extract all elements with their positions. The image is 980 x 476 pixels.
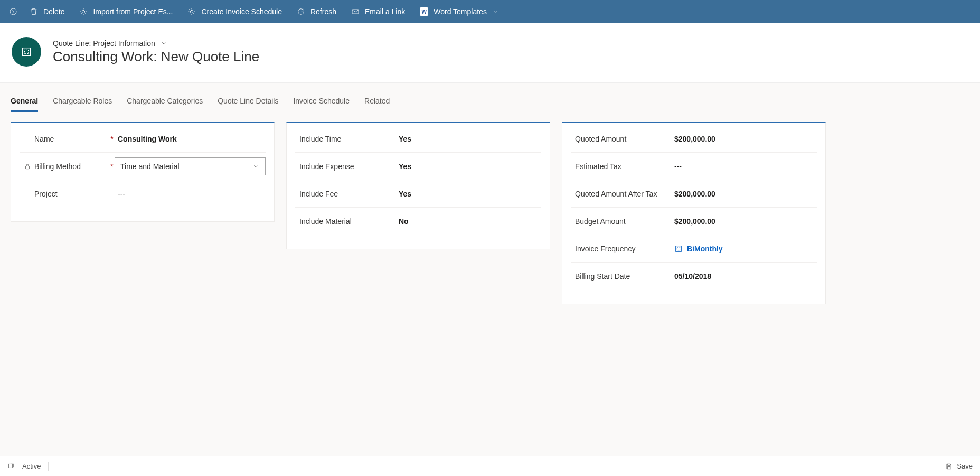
field-billing-start: Billing Start Date 05/10/2018 xyxy=(571,263,817,290)
billing-value: Time and Material xyxy=(120,162,180,171)
after-tax-label: Quoted Amount After Tax xyxy=(575,190,657,198)
trash-icon xyxy=(30,7,38,16)
refresh-icon xyxy=(297,7,305,16)
svg-rect-11 xyxy=(948,464,950,465)
field-invoice-frequency: Invoice Frequency BiMonthly xyxy=(571,235,817,263)
back-button[interactable] xyxy=(4,0,22,23)
divider xyxy=(48,462,49,471)
name-value[interactable]: Consulting Work xyxy=(115,135,266,143)
include-fee-value[interactable]: Yes xyxy=(395,190,541,198)
word-templates-label: Word Templates xyxy=(434,7,487,16)
record-header: Quote Line: Project Information Consulti… xyxy=(0,23,980,82)
word-templates-button[interactable]: W Word Templates xyxy=(412,0,506,23)
form-selector[interactable]: Quote Line: Project Information xyxy=(53,39,259,48)
chevron-down-icon xyxy=(161,40,168,47)
cards-row: Name * Consulting Work Billing Method * … xyxy=(11,122,969,304)
card-amounts: Quoted Amount $200,000.00 Estimated Tax … xyxy=(562,122,826,304)
field-include-time: Include Time Yes xyxy=(295,125,541,153)
include-material-value[interactable]: No xyxy=(395,217,541,226)
include-expense-label: Include Expense xyxy=(299,162,354,171)
include-material-label: Include Material xyxy=(299,217,352,226)
freq-value: BiMonthly xyxy=(687,245,723,253)
tab-chargeable-roles[interactable]: Chargeable Roles xyxy=(53,91,112,112)
email-icon xyxy=(351,7,360,16)
lock-icon xyxy=(24,163,31,170)
tax-value[interactable]: --- xyxy=(671,162,817,171)
svg-rect-7 xyxy=(676,246,682,251)
field-include-expense: Include Expense Yes xyxy=(295,153,541,180)
delete-label: Delete xyxy=(43,7,64,16)
svg-rect-4 xyxy=(23,48,31,56)
start-label: Billing Start Date xyxy=(575,272,630,281)
field-name: Name * Consulting Work xyxy=(20,125,266,153)
svg-point-0 xyxy=(10,8,16,15)
svg-rect-8 xyxy=(677,247,680,250)
email-link-button[interactable]: Email a Link xyxy=(344,0,412,23)
quoted-label: Quoted Amount xyxy=(575,135,626,143)
after-tax-value[interactable]: $200,000.00 xyxy=(671,190,817,198)
refresh-label: Refresh xyxy=(310,7,336,16)
svg-rect-12 xyxy=(948,466,950,469)
include-time-value[interactable]: Yes xyxy=(395,135,541,143)
field-project: Project * --- xyxy=(20,180,266,208)
page-body: General Chargeable Roles Chargeable Cate… xyxy=(0,82,980,456)
include-time-label: Include Time xyxy=(299,135,341,143)
name-label: Name xyxy=(34,135,54,143)
include-fee-label: Include Fee xyxy=(299,190,338,198)
svg-rect-6 xyxy=(26,166,30,169)
tab-list: General Chargeable Roles Chargeable Cate… xyxy=(11,91,969,112)
chevron-down-icon xyxy=(492,8,498,15)
field-quoted-amount: Quoted Amount $200,000.00 xyxy=(571,125,817,153)
required-marker: * xyxy=(109,162,115,171)
save-button[interactable]: Save xyxy=(945,462,973,470)
svg-point-1 xyxy=(82,10,85,13)
entity-icon xyxy=(674,245,683,253)
import-label: Import from Project Es... xyxy=(93,7,173,16)
card-basic: Name * Consulting Work Billing Method * … xyxy=(11,122,275,222)
start-value[interactable]: 05/10/2018 xyxy=(671,272,817,281)
tab-related[interactable]: Related xyxy=(364,91,390,112)
billing-label: Billing Method xyxy=(34,162,81,171)
field-include-fee: Include Fee Yes xyxy=(295,180,541,208)
svg-point-2 xyxy=(191,10,193,13)
chevron-down-icon xyxy=(252,163,260,170)
email-link-label: Email a Link xyxy=(365,7,405,16)
delete-button[interactable]: Delete xyxy=(22,0,72,23)
card-includes: Include Time Yes Include Expense Yes Inc… xyxy=(286,122,550,249)
create-invoice-label: Create Invoice Schedule xyxy=(201,7,282,16)
refresh-button[interactable]: Refresh xyxy=(289,0,344,23)
budget-value[interactable]: $200,000.00 xyxy=(671,217,817,226)
tab-general[interactable]: General xyxy=(11,91,38,112)
tab-chargeable-categories[interactable]: Chargeable Categories xyxy=(127,91,203,112)
freq-value-wrap[interactable]: BiMonthly xyxy=(671,245,817,253)
command-bar: Delete Import from Project Es... Create … xyxy=(0,0,980,23)
include-expense-value[interactable]: Yes xyxy=(395,162,541,171)
tab-invoice-schedule[interactable]: Invoice Schedule xyxy=(293,91,350,112)
tax-label: Estimated Tax xyxy=(575,162,621,171)
svg-rect-5 xyxy=(24,50,28,53)
create-invoice-button[interactable]: Create Invoice Schedule xyxy=(180,0,289,23)
field-quoted-after-tax: Quoted Amount After Tax $200,000.00 xyxy=(571,180,817,208)
tab-quote-line-details[interactable]: Quote Line Details xyxy=(218,91,278,112)
project-value[interactable]: --- xyxy=(115,190,266,198)
page-title: Consulting Work: New Quote Line xyxy=(53,49,259,65)
budget-label: Budget Amount xyxy=(575,217,626,226)
entity-icon xyxy=(12,37,41,67)
billing-method-select[interactable]: Time and Material xyxy=(115,157,266,175)
field-estimated-tax: Estimated Tax --- xyxy=(571,153,817,180)
record-state: Active xyxy=(22,462,41,470)
required-marker: * xyxy=(109,135,115,143)
svg-rect-3 xyxy=(352,10,359,14)
save-icon xyxy=(945,463,953,470)
field-budget-amount: Budget Amount $200,000.00 xyxy=(571,208,817,235)
field-include-material: Include Material No xyxy=(295,208,541,235)
breadcrumb-text: Quote Line: Project Information xyxy=(53,39,155,48)
popout-icon[interactable] xyxy=(7,463,15,470)
freq-label: Invoice Frequency xyxy=(575,245,635,253)
save-label: Save xyxy=(957,462,973,470)
field-billing-method: Billing Method * Time and Material xyxy=(20,153,266,180)
word-icon: W xyxy=(420,7,428,16)
import-button[interactable]: Import from Project Es... xyxy=(72,0,180,23)
project-label: Project xyxy=(34,190,58,198)
quoted-value[interactable]: $200,000.00 xyxy=(671,135,817,143)
